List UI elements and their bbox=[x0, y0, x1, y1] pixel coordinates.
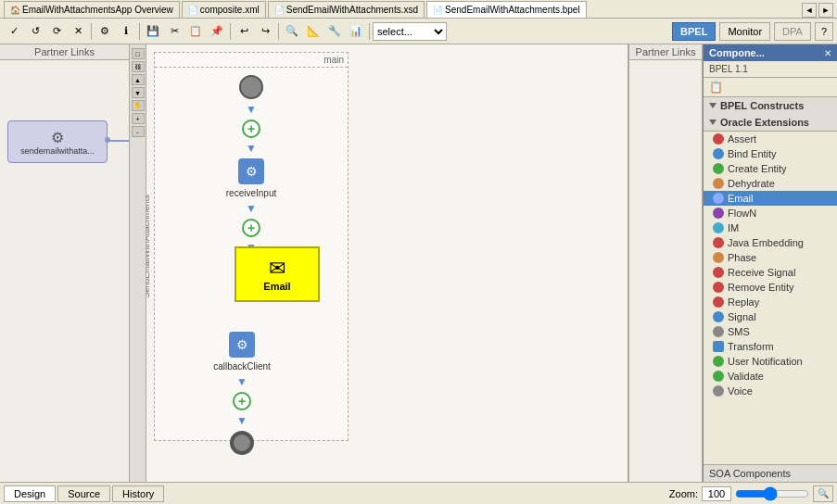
signal-icon bbox=[713, 311, 724, 322]
comp-icon-bar: 📋 bbox=[704, 78, 837, 97]
comp-panel-title: Compone... bbox=[709, 47, 765, 58]
toolbar-sep3 bbox=[230, 23, 231, 40]
mid-zoom-in-btn[interactable]: + bbox=[132, 113, 145, 124]
comp-item-dehydrate[interactable]: Dehydrate bbox=[704, 176, 837, 191]
comp-item-java-embedding[interactable]: Java Embedding bbox=[704, 235, 837, 250]
left-partner-links-header: Partner Links bbox=[0, 44, 129, 60]
toolbar-stop[interactable]: ✕ bbox=[68, 21, 88, 42]
tab-design[interactable]: Design bbox=[4, 485, 56, 502]
toolbar-gear[interactable]: ⚙ bbox=[95, 21, 115, 42]
partner-connection-line bbox=[108, 140, 130, 142]
oracle-extensions-section[interactable]: Oracle Extensions bbox=[704, 114, 837, 132]
mid-up-btn[interactable]: ▲ bbox=[132, 74, 145, 85]
validate-icon bbox=[713, 371, 724, 382]
comp-item-receive-signal[interactable]: Receive Signal bbox=[704, 265, 837, 280]
im-icon bbox=[713, 222, 724, 233]
mid-collapse-btn[interactable]: □ bbox=[132, 48, 145, 59]
soa-components-footer[interactable]: SOA Components bbox=[704, 464, 837, 482]
tab-bpel[interactable]: 📄 SendEmailWithAttachments.bpel bbox=[426, 1, 587, 18]
comp-item-remove-entity[interactable]: Remove Entity bbox=[704, 280, 837, 295]
comp-item-email[interactable]: Email bbox=[704, 191, 837, 206]
toolbar-chart[interactable]: 📊 bbox=[346, 21, 366, 42]
toolbar-redo[interactable]: ↪ bbox=[255, 21, 275, 42]
user-notification-icon bbox=[713, 356, 724, 367]
tab-emailapp-label: EmailWithAttachmentsApp Overview bbox=[22, 5, 173, 15]
zoom-slider[interactable] bbox=[735, 487, 809, 500]
create-entity-icon bbox=[713, 163, 724, 174]
toolbar-sep2 bbox=[139, 23, 140, 40]
receive-signal-icon bbox=[713, 267, 724, 278]
toolbar-cut[interactable]: ✂ bbox=[164, 21, 184, 42]
toolbar-copy[interactable]: 📋 bbox=[185, 21, 206, 42]
nav-back-button[interactable]: ◄ bbox=[802, 3, 817, 18]
java-embedding-icon bbox=[713, 237, 724, 248]
mid-zoom-out-btn[interactable]: - bbox=[132, 126, 145, 137]
email-item-icon bbox=[713, 193, 724, 204]
mid-pan-btn[interactable]: ✋ bbox=[132, 100, 145, 111]
comp-item-flown[interactable]: FlowN bbox=[704, 206, 837, 220]
comp-version: BPEL 1.1 bbox=[704, 61, 837, 78]
toolbar-settings[interactable]: 🔧 bbox=[324, 21, 345, 42]
mid-chain-btn[interactable]: ⛓ bbox=[132, 61, 145, 72]
toolbar-search[interactable]: 🔍 bbox=[282, 21, 302, 42]
phase-icon bbox=[713, 252, 724, 263]
toolbar-refresh2[interactable]: ⟳ bbox=[46, 21, 67, 42]
toolbar-refresh1[interactable]: ↺ bbox=[25, 21, 45, 42]
oracle-extensions-label: Oracle Extensions bbox=[720, 117, 809, 128]
bpel-button[interactable]: BPEL bbox=[672, 22, 716, 41]
comp-item-validate[interactable]: Validate bbox=[704, 369, 837, 384]
help-button[interactable]: ? bbox=[815, 22, 833, 41]
toolbar-measure[interactable]: 📐 bbox=[303, 21, 323, 42]
tab-history[interactable]: History bbox=[112, 485, 164, 502]
zoom-input[interactable] bbox=[702, 486, 731, 501]
add-node-1[interactable]: + bbox=[242, 120, 260, 138]
tab-source[interactable]: Source bbox=[57, 485, 110, 502]
comp-panel-close[interactable]: ✕ bbox=[824, 48, 831, 58]
toolbar-paste[interactable]: 📌 bbox=[207, 21, 227, 42]
comp-item-sms[interactable]: SMS bbox=[704, 324, 837, 339]
toolbar-undo[interactable]: ↩ bbox=[234, 21, 254, 42]
add-node-3[interactable]: + bbox=[233, 392, 251, 410]
add-node-2[interactable]: + bbox=[242, 219, 260, 237]
comp-item-voice[interactable]: Voice bbox=[704, 384, 837, 398]
comp-item-user-notification[interactable]: User Notification bbox=[704, 354, 837, 369]
zoom-fit-button[interactable]: 🔍 bbox=[813, 485, 833, 502]
comp-item-bind-entity[interactable]: Bind Entity bbox=[704, 146, 837, 161]
comp-item-create-entity[interactable]: Create Entity bbox=[704, 161, 837, 176]
voice-icon bbox=[713, 385, 724, 397]
comp-item-replay[interactable]: Replay bbox=[704, 295, 837, 309]
monitor-button[interactable]: Monitor bbox=[719, 22, 770, 41]
callback-client-node[interactable]: ⚙ bbox=[229, 332, 255, 358]
bpel-constructs-section[interactable]: BPEL Constructs bbox=[704, 97, 837, 114]
zoom-area: Zoom: 🔍 bbox=[669, 485, 833, 502]
comp-item-phase[interactable]: Phase bbox=[704, 250, 837, 265]
comp-panel-title-bar: Compone... ✕ bbox=[704, 44, 837, 61]
toolbar-dropdown[interactable]: select... bbox=[373, 22, 447, 41]
tab-bpel-icon: 📄 bbox=[433, 6, 443, 15]
comp-item-assert[interactable]: Assert bbox=[704, 132, 837, 146]
soa-components-label: SOA Components bbox=[709, 468, 791, 479]
dpa-button[interactable]: DPA bbox=[774, 22, 811, 41]
toolbar-save[interactable]: 💾 bbox=[143, 21, 163, 42]
receive-input-node[interactable]: ⚙ bbox=[238, 158, 264, 184]
replay-icon bbox=[713, 296, 724, 308]
toolbar-check[interactable]: ✓ bbox=[4, 21, 24, 42]
tab-composite[interactable]: 📄 composite.xml bbox=[182, 1, 266, 18]
tab-emailapp[interactable]: 🏠 EmailWithAttachmentsApp Overview bbox=[4, 1, 180, 18]
tab-emailapp-icon: 🏠 bbox=[10, 6, 20, 15]
tab-xsd-label: SendEmailWithAttachments.xsd bbox=[286, 5, 418, 15]
comp-item-signal[interactable]: Signal bbox=[704, 309, 837, 324]
nav-forward-button[interactable]: ► bbox=[818, 3, 833, 18]
tab-xsd[interactable]: 📄 SendEmailWithAttachments.xsd bbox=[268, 1, 425, 18]
partner-box-gear-icon: ⚙ bbox=[51, 129, 64, 146]
comp-item-transform[interactable]: Transform bbox=[704, 339, 837, 354]
tab-composite-icon: 📄 bbox=[188, 6, 198, 15]
toolbar-info[interactable]: ℹ bbox=[116, 21, 136, 42]
comp-item-im[interactable]: IM bbox=[704, 220, 837, 235]
partner-box[interactable]: ⚙ sendemailwithatta... bbox=[7, 120, 108, 163]
arrow-3: ▼ bbox=[246, 202, 257, 215]
mid-down-btn[interactable]: ▼ bbox=[132, 87, 145, 98]
mid-toolbar: □ ⛓ ▲ ▼ ✋ + - bbox=[130, 44, 146, 482]
email-node-box[interactable]: ✉ Email bbox=[235, 246, 320, 302]
tab-composite-label: composite.xml bbox=[200, 5, 260, 15]
